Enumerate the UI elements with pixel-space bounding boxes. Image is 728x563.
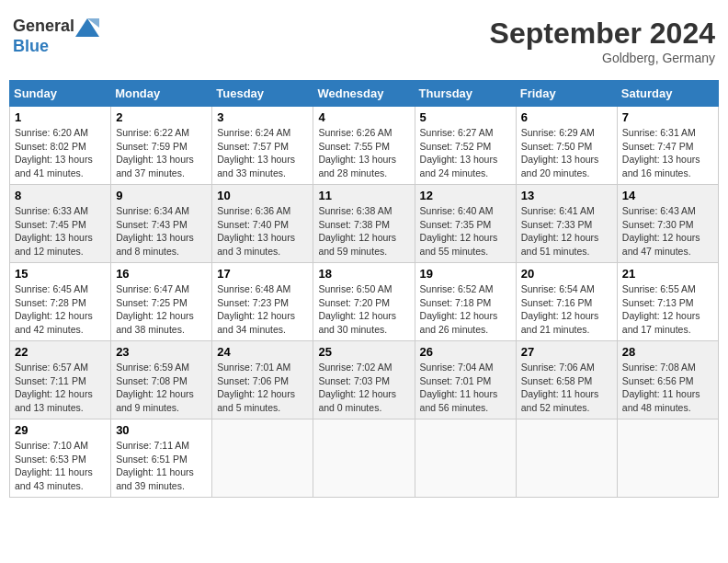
day-number: 28	[622, 345, 713, 359]
calendar-cell: 11Sunrise: 6:38 AMSunset: 7:38 PMDayligh…	[313, 185, 415, 263]
day-info: Sunrise: 6:26 AMSunset: 7:55 PMDaylight:…	[318, 126, 409, 180]
day-info: Sunrise: 6:38 AMSunset: 7:38 PMDaylight:…	[318, 204, 409, 259]
col-saturday: Saturday	[617, 81, 718, 107]
col-thursday: Thursday	[415, 81, 516, 107]
day-number: 10	[217, 189, 308, 202]
month-title: September 2024	[490, 17, 715, 51]
calendar-cell: 1Sunrise: 6:20 AMSunset: 8:02 PMDaylight…	[10, 107, 111, 185]
calendar-cell: 25Sunrise: 7:02 AMSunset: 7:03 PMDayligh…	[313, 341, 415, 419]
calendar-cell: 29Sunrise: 7:10 AMSunset: 6:53 PMDayligh…	[10, 419, 111, 498]
day-info: Sunrise: 6:55 AMSunset: 7:13 PMDaylight:…	[622, 282, 713, 337]
day-info: Sunrise: 6:50 AMSunset: 7:20 PMDaylight:…	[318, 282, 409, 337]
calendar-cell	[617, 419, 718, 498]
day-number: 19	[420, 267, 511, 281]
day-number: 5	[420, 110, 511, 124]
logo-general: General	[13, 17, 74, 35]
col-monday: Monday	[111, 81, 212, 107]
day-info: Sunrise: 6:57 AMSunset: 7:11 PMDaylight:…	[15, 361, 106, 415]
day-info: Sunrise: 7:02 AMSunset: 7:03 PMDaylight:…	[318, 361, 409, 415]
calendar-week-row: 29Sunrise: 7:10 AMSunset: 6:53 PMDayligh…	[10, 419, 719, 498]
day-number: 24	[217, 345, 308, 359]
calendar-cell	[516, 419, 617, 498]
location: Goldberg, Germany	[490, 51, 715, 65]
calendar-cell: 22Sunrise: 6:57 AMSunset: 7:11 PMDayligh…	[10, 341, 111, 419]
logo-blue: Blue	[13, 37, 49, 55]
day-info: Sunrise: 6:22 AMSunset: 7:59 PMDaylight:…	[116, 126, 207, 180]
day-number: 8	[15, 189, 106, 202]
day-number: 17	[217, 267, 308, 281]
calendar-cell: 13Sunrise: 6:41 AMSunset: 7:33 PMDayligh…	[516, 185, 617, 263]
calendar-cell: 17Sunrise: 6:48 AMSunset: 7:23 PMDayligh…	[212, 263, 313, 341]
day-info: Sunrise: 6:33 AMSunset: 7:45 PMDaylight:…	[15, 204, 106, 259]
calendar-cell: 27Sunrise: 7:06 AMSunset: 6:58 PMDayligh…	[516, 341, 617, 419]
calendar-cell: 8Sunrise: 6:33 AMSunset: 7:45 PMDaylight…	[10, 185, 111, 263]
calendar-cell: 2Sunrise: 6:22 AMSunset: 7:59 PMDaylight…	[111, 107, 212, 185]
day-number: 27	[521, 345, 612, 359]
day-info: Sunrise: 6:43 AMSunset: 7:30 PMDaylight:…	[622, 204, 713, 259]
day-info: Sunrise: 6:45 AMSunset: 7:28 PMDaylight:…	[15, 282, 106, 337]
day-info: Sunrise: 7:08 AMSunset: 6:56 PMDaylight:…	[622, 361, 713, 415]
day-number: 21	[622, 267, 713, 281]
calendar-cell: 14Sunrise: 6:43 AMSunset: 7:30 PMDayligh…	[617, 185, 718, 263]
calendar-cell: 26Sunrise: 7:04 AMSunset: 7:01 PMDayligh…	[415, 341, 516, 419]
day-info: Sunrise: 6:24 AMSunset: 7:57 PMDaylight:…	[217, 126, 308, 180]
day-number: 26	[420, 345, 511, 359]
col-wednesday: Wednesday	[313, 81, 415, 107]
day-info: Sunrise: 7:10 AMSunset: 6:53 PMDaylight:…	[15, 439, 106, 493]
day-number: 9	[116, 189, 207, 202]
calendar-cell: 20Sunrise: 6:54 AMSunset: 7:16 PMDayligh…	[516, 263, 617, 341]
calendar-week-row: 22Sunrise: 6:57 AMSunset: 7:11 PMDayligh…	[10, 341, 719, 419]
day-number: 12	[420, 189, 511, 202]
col-friday: Friday	[516, 81, 617, 107]
day-number: 7	[622, 110, 713, 124]
calendar-cell: 23Sunrise: 6:59 AMSunset: 7:08 PMDayligh…	[111, 341, 212, 419]
calendar-cell: 19Sunrise: 6:52 AMSunset: 7:18 PMDayligh…	[415, 263, 516, 341]
day-info: Sunrise: 6:47 AMSunset: 7:25 PMDaylight:…	[116, 282, 207, 337]
day-info: Sunrise: 6:34 AMSunset: 7:43 PMDaylight:…	[116, 204, 207, 259]
calendar-cell	[313, 419, 415, 498]
calendar-table: Sunday Monday Tuesday Wednesday Thursday…	[9, 80, 719, 498]
day-number: 25	[318, 345, 409, 359]
day-info: Sunrise: 6:27 AMSunset: 7:52 PMDaylight:…	[420, 126, 511, 180]
day-info: Sunrise: 6:31 AMSunset: 7:47 PMDaylight:…	[622, 126, 713, 180]
calendar-cell: 21Sunrise: 6:55 AMSunset: 7:13 PMDayligh…	[617, 263, 718, 341]
day-info: Sunrise: 6:48 AMSunset: 7:23 PMDaylight:…	[217, 282, 308, 337]
day-info: Sunrise: 6:52 AMSunset: 7:18 PMDaylight:…	[420, 282, 511, 337]
day-info: Sunrise: 6:29 AMSunset: 7:50 PMDaylight:…	[521, 126, 612, 180]
col-sunday: Sunday	[10, 81, 111, 107]
calendar-cell: 6Sunrise: 6:29 AMSunset: 7:50 PMDaylight…	[516, 107, 617, 185]
day-info: Sunrise: 7:04 AMSunset: 7:01 PMDaylight:…	[420, 361, 511, 415]
calendar-cell: 24Sunrise: 7:01 AMSunset: 7:06 PMDayligh…	[212, 341, 313, 419]
day-number: 2	[116, 110, 207, 124]
calendar-cell: 10Sunrise: 6:36 AMSunset: 7:40 PMDayligh…	[212, 185, 313, 263]
day-number: 16	[116, 267, 207, 281]
col-tuesday: Tuesday	[212, 81, 313, 107]
day-info: Sunrise: 6:40 AMSunset: 7:35 PMDaylight:…	[420, 204, 511, 259]
day-number: 15	[15, 267, 106, 281]
calendar-cell	[212, 419, 313, 498]
day-number: 4	[318, 110, 409, 124]
calendar-cell: 30Sunrise: 7:11 AMSunset: 6:51 PMDayligh…	[111, 419, 212, 498]
calendar-week-row: 15Sunrise: 6:45 AMSunset: 7:28 PMDayligh…	[10, 263, 719, 341]
day-info: Sunrise: 6:41 AMSunset: 7:33 PMDaylight:…	[521, 204, 612, 259]
title-area: September 2024 Goldberg, Germany	[490, 17, 715, 65]
day-info: Sunrise: 7:01 AMSunset: 7:06 PMDaylight:…	[217, 361, 308, 415]
day-info: Sunrise: 7:11 AMSunset: 6:51 PMDaylight:…	[116, 439, 207, 493]
calendar-week-row: 8Sunrise: 6:33 AMSunset: 7:45 PMDaylight…	[10, 185, 719, 263]
calendar-cell: 16Sunrise: 6:47 AMSunset: 7:25 PMDayligh…	[111, 263, 212, 341]
calendar-cell: 15Sunrise: 6:45 AMSunset: 7:28 PMDayligh…	[10, 263, 111, 341]
day-number: 3	[217, 110, 308, 124]
day-number: 6	[521, 110, 612, 124]
logo: General Blue	[13, 17, 100, 56]
day-number: 13	[521, 189, 612, 202]
day-info: Sunrise: 6:20 AMSunset: 8:02 PMDaylight:…	[15, 126, 106, 180]
day-number: 22	[15, 345, 106, 359]
day-number: 18	[318, 267, 409, 281]
calendar-header-row: Sunday Monday Tuesday Wednesday Thursday…	[10, 81, 719, 107]
day-number: 29	[15, 423, 106, 437]
day-info: Sunrise: 6:36 AMSunset: 7:40 PMDaylight:…	[217, 204, 308, 259]
calendar-cell: 18Sunrise: 6:50 AMSunset: 7:20 PMDayligh…	[313, 263, 415, 341]
calendar-cell: 3Sunrise: 6:24 AMSunset: 7:57 PMDaylight…	[212, 107, 313, 185]
calendar-cell: 12Sunrise: 6:40 AMSunset: 7:35 PMDayligh…	[415, 185, 516, 263]
day-number: 11	[318, 189, 409, 202]
